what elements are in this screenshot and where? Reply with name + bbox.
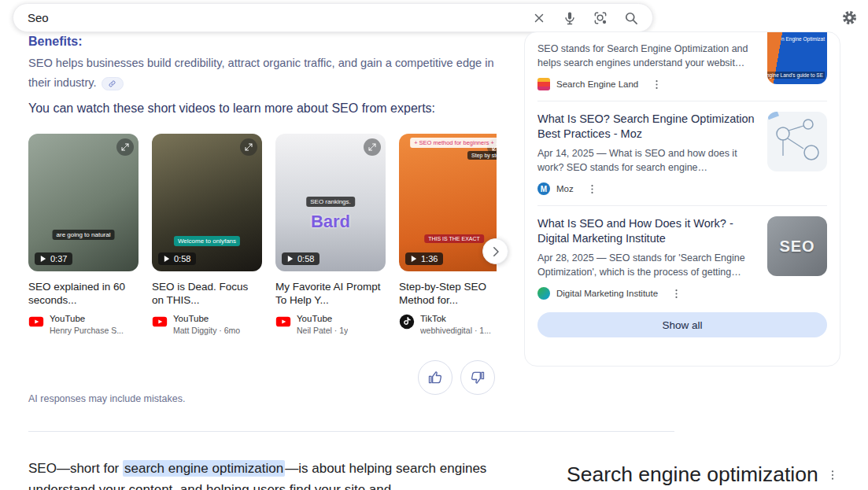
expand-icon[interactable] (240, 138, 257, 156)
expand-icon[interactable] (116, 138, 134, 156)
video-overlay-caption: Welcome to onlyfans (174, 236, 240, 246)
result-source-row: Digital Marketing Institute (537, 287, 756, 300)
tiktok-icon (399, 314, 415, 330)
result-source-name: Search Engine Land (556, 79, 638, 89)
result-snippet: Apr 14, 2025 — What is SEO and how does … (537, 146, 756, 175)
video-overlay-caption: THIS IS THE EXACT (424, 234, 484, 243)
video-source-row: TikTokwebhivedigital · 1... (399, 314, 497, 335)
video-source-name: TikTok (420, 314, 491, 324)
video-overlay-caption: are going to natural (53, 230, 115, 240)
related-results-card: SEO stands for Search Engine Optimizatio… (524, 31, 840, 367)
result-snippet: SEO stands for Search Engine Optimizatio… (537, 42, 756, 70)
video-card[interactable]: SEO rankings. Bard 0:58 My Favorite AI P… (275, 134, 386, 335)
knowledge-panel-title: Search engine optimization (567, 462, 818, 487)
video-source-name: YouTube (297, 314, 348, 324)
benefits-text-body: SEO helps businesses build credibility, … (28, 57, 494, 89)
video-card[interactable]: Welcome to onlyfans 0:58 SEO is Dead. Fo… (152, 134, 262, 335)
play-icon (411, 256, 417, 262)
video-title[interactable]: SEO is Dead. Focus on THIS... (152, 280, 262, 308)
settings-gear-icon[interactable] (840, 9, 858, 26)
video-thumbnail[interactable]: Welcome to onlyfans 0:58 (152, 134, 262, 271)
videos-carousel[interactable]: are going to natural 0:37 SEO explained … (28, 134, 497, 335)
thumbnail-text: SEO (779, 238, 814, 256)
result-title[interactable]: What Is SEO and How Does it Work? - Digi… (537, 216, 756, 246)
youtube-icon (152, 314, 168, 330)
microphone-icon[interactable] (560, 8, 580, 28)
benefits-heading: Benefits: (28, 35, 82, 49)
thumbnail-text: n Engine Optimizat (781, 36, 825, 42)
play-icon (164, 256, 170, 262)
play-icon (40, 256, 46, 262)
chevron-right-icon (489, 245, 503, 259)
thumbnail-text: Engine Land's guide to SE (767, 72, 825, 79)
ai-disclaimer-text: AI responses may include mistakes. (28, 393, 185, 404)
result-thumbnail[interactable] (767, 112, 827, 171)
more-options-icon[interactable] (670, 288, 682, 300)
article-paragraph: SEO—short for search engine optimization… (28, 458, 494, 490)
video-card[interactable]: are going to natural 0:37 SEO explained … (28, 134, 139, 335)
article-text: SEO—short for (28, 461, 123, 476)
video-source-row: YouTubeMatt Diggity · 6mo (152, 314, 262, 335)
show-all-button[interactable]: Show all (537, 312, 827, 337)
video-byline: Matt Diggity · 6mo (173, 326, 240, 335)
thumbs-down-button[interactable] (460, 360, 495, 395)
result-item[interactable]: What Is SEO and How Does it Work? - Digi… (537, 216, 827, 300)
search-input[interactable]: Seo (28, 11, 519, 24)
video-overlay-caption: Bard (307, 210, 354, 234)
moz-favicon: M (537, 182, 550, 195)
video-byline: webhivedigital · 1... (420, 326, 491, 335)
video-duration-badge: 0:58 (158, 252, 196, 265)
video-byline: Henry Purchase S... (50, 326, 124, 335)
result-snippet: Apr 28, 2025 — SEO stands for 'Search En… (537, 251, 756, 279)
search-engine-land-favicon (537, 78, 550, 90)
video-duration-badge: 0:58 (282, 252, 319, 265)
video-title[interactable]: My Favorite AI Prompt To Help Y... (275, 280, 386, 308)
youtube-icon (275, 314, 291, 330)
video-byline: Neil Patel · 1y (297, 326, 348, 335)
clear-icon[interactable] (529, 8, 549, 28)
result-title[interactable]: What Is SEO? Search Engine Optimization … (537, 112, 756, 142)
video-overlay-caption: Step by step (467, 151, 497, 160)
expand-icon[interactable] (364, 138, 381, 156)
highlighted-term[interactable]: search engine optimization (123, 460, 285, 477)
search-icon[interactable] (621, 8, 641, 28)
video-title[interactable]: SEO explained in 60 seconds... (28, 280, 139, 308)
more-options-icon[interactable] (586, 183, 598, 195)
result-source-row: M Moz (537, 182, 756, 195)
benefits-text: SEO helps businesses build credibility, … (28, 53, 494, 93)
youtube-icon (28, 314, 44, 330)
thumbs-up-icon (427, 370, 443, 385)
knowledge-panel-more-icon[interactable] (826, 469, 839, 484)
result-divider (537, 101, 827, 101)
video-duration-badge: 1:36 (405, 252, 443, 265)
thumbs-down-icon (470, 370, 486, 385)
citation-link-icon[interactable] (102, 77, 124, 90)
video-thumbnail[interactable]: are going to natural 0:37 (28, 134, 139, 271)
thumbs-up-button[interactable] (418, 360, 452, 395)
play-icon (287, 256, 294, 262)
video-source-row: YouTubeNeil Patel · 1y (275, 314, 386, 335)
google-lens-icon[interactable] (590, 8, 611, 28)
result-thumbnail[interactable]: SEO (767, 216, 827, 276)
result-item[interactable]: What Is SEO? Search Engine Optimization … (537, 112, 827, 195)
result-item[interactable]: SEO stands for Search Engine Optimizatio… (537, 32, 827, 90)
video-source-row: YouTubeHenry Purchase S... (28, 314, 139, 335)
video-source-name: YouTube (50, 314, 124, 324)
carousel-next-button[interactable] (482, 238, 508, 264)
result-divider (537, 205, 827, 206)
section-divider (28, 431, 674, 432)
result-source-row: Search Engine Land (537, 78, 756, 90)
video-overlay-caption: + SEO method for beginners + (410, 138, 497, 148)
result-source-name: Digital Marketing Institute (556, 289, 658, 298)
video-overlay-caption: SEO rankings. (306, 197, 355, 207)
video-title[interactable]: Step-by-Step SEO Method for... (399, 280, 497, 308)
result-source-name: Moz (556, 184, 574, 193)
video-source-name: YouTube (173, 314, 240, 324)
dmi-favicon (537, 287, 550, 300)
result-thumbnail[interactable]: n Engine Optimizat Engine Land's guide t… (767, 32, 827, 84)
video-card[interactable]: + SEO method for beginners + Step by ste… (399, 134, 497, 335)
video-thumbnail[interactable]: SEO rankings. Bard 0:58 (275, 134, 386, 271)
search-bar[interactable]: Seo (13, 3, 653, 32)
video-duration-badge: 0:37 (35, 252, 72, 265)
more-options-icon[interactable] (651, 79, 663, 90)
